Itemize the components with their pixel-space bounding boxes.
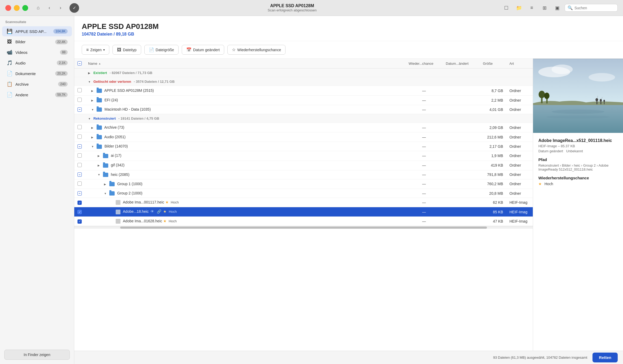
link-icon: 🔗 xyxy=(157,209,161,214)
row-date xyxy=(443,161,480,170)
expand-row-icon[interactable]: ▶ xyxy=(98,164,102,167)
group-existiert-label: Existiert xyxy=(93,71,107,75)
row-size: 20,8 MB xyxy=(480,189,506,198)
table-row[interactable]: ▶ APPLE SSD AP0128M (2515) — 8,7 GB Ordn… xyxy=(74,86,533,96)
row-checkbox[interactable] xyxy=(77,98,82,102)
expand-geloescht-icon[interactable]: ▼ xyxy=(88,80,92,83)
preview-date-label: Datum geändert xyxy=(538,149,563,153)
row-checkbox[interactable]: ✓ xyxy=(77,210,82,214)
minimize-button[interactable] xyxy=(14,5,20,11)
star-icon: ★ xyxy=(165,200,169,204)
row-date xyxy=(443,105,480,114)
expand-row-icon[interactable]: ▶ xyxy=(91,89,96,92)
col-header-type[interactable]: Art xyxy=(506,59,533,68)
sidebar-item-andere[interactable]: 📄 Andere 59,7K xyxy=(2,90,72,100)
retten-button[interactable]: Retten xyxy=(592,353,618,362)
row-date xyxy=(443,189,480,198)
sidebar-item-apple-ssd[interactable]: 💾 APPLE SSD AP... 104,8K xyxy=(2,26,72,36)
table-container[interactable]: − Name ▲ Wieder...chance Datum...ändert … xyxy=(74,59,533,351)
row-checkbox[interactable] xyxy=(77,163,82,167)
filter-dateigroesse[interactable]: 📄 Dateigröße xyxy=(144,45,179,55)
table-row[interactable]: ✓ Adobe Ima...001117.heic ★ Hoch — 62 KB xyxy=(74,198,533,207)
expand-row-icon[interactable]: ▶ xyxy=(91,136,96,139)
row-checkbox[interactable] xyxy=(77,181,82,186)
row-checkbox[interactable] xyxy=(77,125,82,129)
folder-icon xyxy=(97,98,102,102)
search-input[interactable] xyxy=(574,6,615,10)
table-row[interactable]: ▶ Group 1 (1000) — 760,2 MB Ordner xyxy=(74,179,533,189)
group-geloescht[interactable]: ▼ Gelöscht oder verloren - 3574 Dateien … xyxy=(74,77,533,86)
row-checkbox[interactable]: − xyxy=(77,144,82,149)
table-row[interactable]: − ▼ Macintosh HD - Data (1035) — 4,01 GB… xyxy=(74,105,533,114)
row-checkbox[interactable]: ✓ xyxy=(77,201,82,205)
table-row[interactable]: ▶ Archive (73) — 2,09 GB Ordner xyxy=(74,123,533,132)
expand-rekonstruiert-icon[interactable]: ▼ xyxy=(88,117,92,120)
group-existiert[interactable]: ▶ Existiert - 82067 Dateien / 71,73 GB xyxy=(74,68,533,77)
forward-button[interactable]: › xyxy=(56,3,65,13)
select-all-checkbox[interactable]: − xyxy=(77,61,82,66)
group-rekonstruiert[interactable]: ▼ Rekonstruiert - 19141 Dateien / 4,75 G… xyxy=(74,114,533,123)
audio-icon: 🎵 xyxy=(6,60,13,66)
expand-row-icon[interactable]: ▼ xyxy=(104,192,108,195)
filter-dateityp[interactable]: 🖼 Dateityp xyxy=(113,45,141,55)
table-row[interactable]: − ▼ Bilder (14070) — 2,17 GB Ordner xyxy=(74,142,533,151)
row-recovery: — xyxy=(405,170,443,179)
filter-wiederherstellung[interactable]: ☆ Wiederherstellungschance xyxy=(227,45,285,55)
file-table: − Name ▲ Wieder...chance Datum...ändert … xyxy=(74,59,533,226)
expand-row-icon[interactable]: ▶ xyxy=(104,183,108,186)
expand-row-icon[interactable]: ▶ xyxy=(98,154,102,157)
table-row-selected[interactable]: ✓ Adobe...18.heic 👁 🔗 ★ Hoch — xyxy=(74,207,533,216)
horizontal-scrollbar[interactable] xyxy=(74,226,533,229)
document-view-button[interactable]: ☐ xyxy=(501,3,512,13)
row-checkbox[interactable] xyxy=(77,88,82,92)
expand-row-icon[interactable]: ▼ xyxy=(91,108,96,111)
expand-existiert-icon[interactable]: ▶ xyxy=(88,72,92,75)
row-checkbox[interactable] xyxy=(77,153,82,158)
list-view-button[interactable]: ≡ xyxy=(526,3,537,13)
window-title: APPLE SSD AP0128M xyxy=(83,3,501,8)
row-checkbox[interactable]: ✓ xyxy=(77,219,82,224)
table-row[interactable]: ▶ gif (342) — 419 KB Ordner xyxy=(74,161,533,170)
file-icon xyxy=(116,200,120,205)
expand-row-icon[interactable]: ▶ xyxy=(91,99,96,102)
row-checkbox[interactable] xyxy=(77,135,82,139)
sidebar-toggle-button[interactable]: ▣ xyxy=(552,3,563,13)
home-button[interactable]: ⌂ xyxy=(33,3,43,13)
filter-zeigen[interactable]: ≡ Zeigen ▾ xyxy=(82,45,109,55)
grid-view-button[interactable]: ⊞ xyxy=(539,3,550,13)
col-header-size[interactable]: Größe xyxy=(480,59,506,68)
sidebar-item-archive[interactable]: 📋 Archive 240 xyxy=(2,79,72,89)
table-row[interactable]: ▶ EFI (24) — 2,2 MB Ordner xyxy=(74,96,533,105)
scroll-thumb[interactable] xyxy=(120,227,487,229)
sidebar-item-videos[interactable]: 📹 Videos 88 xyxy=(2,47,72,57)
col-header-date[interactable]: Datum...ändert xyxy=(443,59,480,68)
name-column-label: Name xyxy=(88,62,97,66)
row-name: ▼ heic (2085) xyxy=(85,170,405,179)
expand-row-icon[interactable]: ▶ xyxy=(91,126,96,129)
col-header-recovery[interactable]: Wieder...chance xyxy=(405,59,443,68)
folder-view-button[interactable]: 📁 xyxy=(514,3,524,13)
table-row[interactable]: ▶ ai (17) — 1,9 MB Ordner xyxy=(74,151,533,161)
table-row[interactable]: ▶ Audio (2051) — 212,6 MB Ordner xyxy=(74,132,533,142)
svg-point-14 xyxy=(600,99,602,102)
expand-row-icon[interactable]: ▼ xyxy=(98,173,102,176)
table-row[interactable]: − ▼ Group 2 (1000) — 20,8 MB Ordner xyxy=(74,189,533,198)
filter-datum[interactable]: 📅 Datum geändert xyxy=(182,45,224,55)
sidebar-item-audio[interactable]: 🎵 Audio 2,1K xyxy=(2,58,72,68)
sidebar-item-bilder[interactable]: 🖼 Bilder 22,4K xyxy=(2,37,72,47)
row-checkbox[interactable]: − xyxy=(77,172,82,177)
expand-row-icon[interactable]: ▼ xyxy=(91,145,96,148)
back-button[interactable]: ‹ xyxy=(45,3,54,13)
col-header-name[interactable]: Name ▲ xyxy=(85,59,405,68)
filter-label: Dateityp xyxy=(123,48,136,52)
row-checkbox[interactable]: − xyxy=(77,107,82,112)
row-date xyxy=(443,207,480,216)
close-button[interactable] xyxy=(5,5,11,11)
sidebar-item-dokumente[interactable]: 📄 Dokumente 20,2K xyxy=(2,68,72,79)
search-box: 🔍 xyxy=(565,4,618,12)
finder-button[interactable]: In Finder zeigen xyxy=(4,350,70,360)
maximize-button[interactable] xyxy=(22,5,28,11)
table-row[interactable]: ✓ Adobe Ima...01628.heic ★ Hoch — 47 KB xyxy=(74,216,533,226)
table-row[interactable]: − ▼ heic (2085) — 791,8 MB Ordner xyxy=(74,170,533,179)
row-checkbox[interactable]: − xyxy=(77,191,82,196)
